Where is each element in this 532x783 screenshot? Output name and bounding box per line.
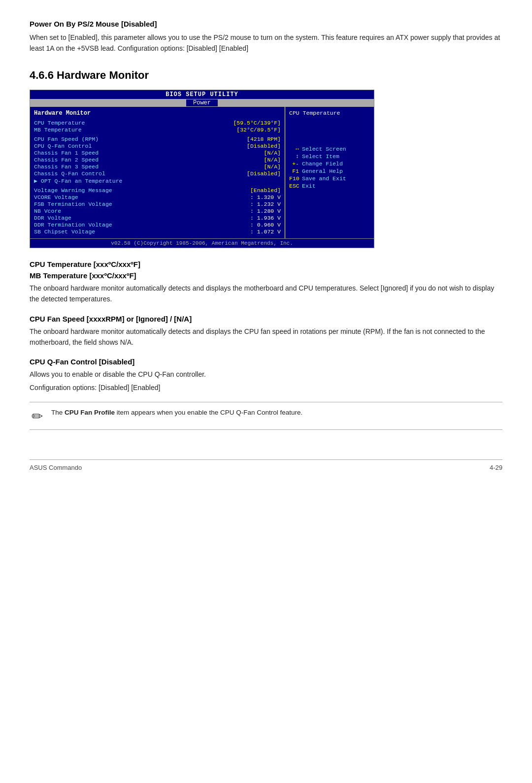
bios-help-title: CPU Temperature [289,110,370,116]
bios-legend-select-item: ↕ Select Item [289,153,370,160]
cpu-temp-heading: CPU Temperature [xxxºC/xxxºF] [30,260,502,268]
cpu-qfan-heading: CPU Q-Fan Control [Disabled] [30,358,502,366]
power-on-body: When set to [Enabled], this parameter al… [30,32,502,54]
bios-row-ddr[interactable]: DDR Voltage : 1.936 V [34,215,281,221]
bios-legend-general-help: F1 General Help [289,168,370,174]
bios-row-chassis-qfan[interactable]: Chassis Q-Fan Control [Disabled] [34,170,281,177]
bios-legend-esc: ESC Exit [289,183,370,189]
bios-row-ddr-term[interactable]: DDR Termination Voltage : 0.960 V [34,222,281,228]
cpu-qfan-body2: Configuration options: [Disabled] [Enabl… [30,382,502,393]
bios-tab-bar: Power [30,99,374,107]
bios-row-nb[interactable]: NB Vcore : 1.280 V [34,208,281,214]
bios-left-panel: Hardware Monitor CPU Temperature [59.5°C… [30,107,285,238]
bios-legend-select-screen: ↔ Select Screen [289,146,370,152]
note-box: ✏ The CPU Fan Profile item appears when … [30,402,502,430]
bios-row-cpu-fan[interactable]: CPU Fan Speed (RPM) [4218 RPM] [34,136,281,142]
note-bold: CPU Fan Profile [65,409,115,416]
bios-tab-power[interactable]: Power [186,99,218,106]
bios-footer: v02.58 (C)Copyright 1985-2006, American … [30,238,374,248]
page-footer: ASUS Commando 4-29 [30,459,502,471]
bios-row-cpu-qfan[interactable]: CPU Q-Fan Control [Disabled] [34,143,281,149]
bios-utility-box: BIOS SETUP UTILITY Power Hardware Monito… [30,90,374,248]
bios-row-sb[interactable]: SB Chipset Voltage : 1.072 V [34,228,281,235]
bios-row-chassis-fan3[interactable]: Chassis Fan 3 Speed [N/A] [34,163,281,170]
bios-row-fsb[interactable]: FSB Termination Voltage : 1.232 V [34,201,281,207]
bios-right-panel: CPU Temperature ↔ Select Screen ↕ Select… [285,107,374,238]
footer-right: 4-29 [490,464,502,471]
bios-menu-title: Hardware Monitor [34,110,281,117]
cpu-fan-heading: CPU Fan Speed [xxxxRPM] or [Ignored] / [… [30,315,502,323]
cpu-fan-body: The onboard hardware monitor automatical… [30,326,502,348]
bios-row-voltage-warn[interactable]: Voltage Warning Message [Enabled] [34,187,281,194]
note-content: The CPU Fan Profile item appears when yo… [51,407,302,418]
bios-row-mb-temp[interactable]: MB Temperature [32°C/89.5°F] [34,127,281,133]
power-on-heading: Power On By PS/2 Mouse [Disabled] [30,20,502,28]
mb-temp-heading: MB Temperature [xxxºC/xxxºF] [30,271,502,280]
cpu-temp-body: The onboard hardware monitor automatical… [30,283,502,305]
chapter-heading: 4.6.6 Hardware Monitor [30,69,502,82]
bios-legend-change-field: +- Change Field [289,161,370,167]
cpu-qfan-body1: Allows you to enable or disable the CPU … [30,369,502,380]
bios-legend-save-exit: F10 Save and Exit [289,175,370,182]
note-icon: ✏ [30,408,44,424]
footer-left: ASUS Commando [30,464,82,471]
bios-row-opt-qfan[interactable]: ▶ OPT Q-Fan an Temperature [34,177,281,184]
bios-row-vcore[interactable]: VCORE Voltage : 1.320 V [34,194,281,200]
bios-row-chassis-fan1[interactable]: Chassis Fan 1 Speed [N/A] [34,150,281,156]
bios-row-cpu-temp[interactable]: CPU Temperature [59.5°C/139°F] [34,120,281,126]
bios-row-chassis-fan2[interactable]: Chassis Fan 2 Speed [N/A] [34,157,281,163]
bios-title: BIOS SETUP UTILITY [30,90,374,99]
